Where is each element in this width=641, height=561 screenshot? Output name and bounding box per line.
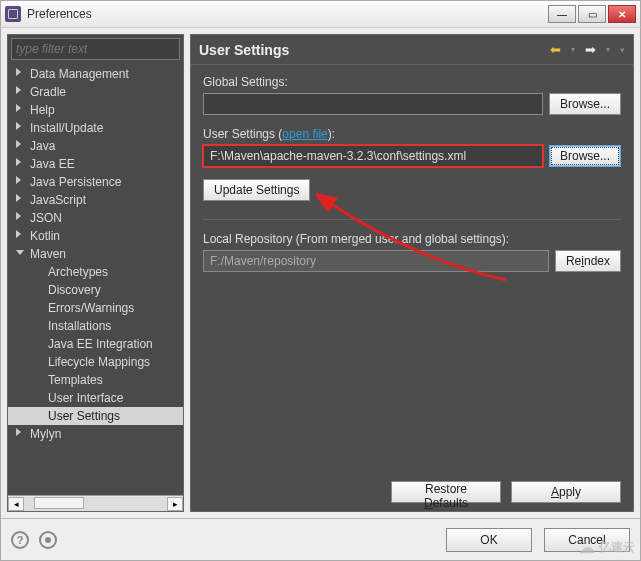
app-icon — [5, 6, 21, 22]
update-settings-button[interactable]: Update Settings — [203, 179, 310, 201]
history-dropdown-icon[interactable]: ▾ — [571, 45, 575, 54]
tree-item[interactable]: Installations — [8, 317, 183, 335]
page-body: Global Settings: Browse... User Settings… — [191, 65, 633, 511]
tree-item[interactable]: Archetypes — [8, 263, 183, 281]
tree-item[interactable]: Java EE Integration — [8, 335, 183, 353]
scroll-thumb[interactable] — [34, 497, 84, 509]
filter-input[interactable] — [11, 38, 180, 60]
tree-item[interactable]: Templates — [8, 371, 183, 389]
back-icon[interactable]: ⬅ — [550, 42, 561, 57]
user-settings-label: User Settings (open file): — [203, 127, 621, 141]
restore-defaults-button[interactable]: Restore Defaults — [391, 481, 501, 503]
reindex-button[interactable]: Reindex — [555, 250, 621, 272]
scroll-track[interactable] — [24, 497, 167, 511]
menu-dropdown-icon[interactable]: ▾ — [620, 45, 625, 55]
nav-arrows: ⬅ ▾ ➡ ▾ ▾ — [550, 42, 625, 57]
separator — [203, 219, 621, 220]
user-settings-input[interactable] — [203, 145, 543, 167]
preferences-tree[interactable]: Data ManagementGradleHelpInstall/UpdateJ… — [8, 63, 183, 495]
tree-item[interactable]: Install/Update — [8, 119, 183, 137]
titlebar: Preferences — ▭ ✕ — [0, 0, 641, 28]
tree-item[interactable]: Java EE — [8, 155, 183, 173]
tree-item[interactable]: Help — [8, 101, 183, 119]
forward-icon[interactable]: ➡ — [585, 42, 596, 57]
forward-dropdown-icon[interactable]: ▾ — [606, 45, 610, 54]
tree-item[interactable]: User Settings — [8, 407, 183, 425]
tree-item[interactable]: Java — [8, 137, 183, 155]
global-settings-label: Global Settings: — [203, 75, 621, 89]
progress-icon[interactable] — [39, 531, 57, 549]
dialog-frame: Data ManagementGradleHelpInstall/UpdateJ… — [0, 28, 641, 561]
tree-item[interactable]: Lifecycle Mappings — [8, 353, 183, 371]
window-title: Preferences — [27, 7, 548, 21]
ok-button[interactable]: OK — [446, 528, 532, 552]
tree-item[interactable]: JavaScript — [8, 191, 183, 209]
tree-item[interactable]: Mylyn — [8, 425, 183, 443]
maximize-button[interactable]: ▭ — [578, 5, 606, 23]
help-icon[interactable] — [11, 531, 29, 549]
scroll-right-button[interactable]: ▸ — [167, 497, 183, 511]
tree-item[interactable]: Errors/Warnings — [8, 299, 183, 317]
minimize-button[interactable]: — — [548, 5, 576, 23]
tree-item[interactable]: Java Persistence — [8, 173, 183, 191]
tree-panel: Data ManagementGradleHelpInstall/UpdateJ… — [7, 34, 184, 512]
page-title: User Settings — [199, 42, 550, 58]
tree-item[interactable]: Maven — [8, 245, 183, 263]
button-bar: OK Cancel — [1, 518, 640, 560]
tree-hscrollbar[interactable]: ◂ ▸ — [8, 495, 183, 511]
tree-item[interactable]: User Interface — [8, 389, 183, 407]
local-repo-label: Local Repository (From merged user and g… — [203, 232, 621, 246]
tree-item[interactable]: JSON — [8, 209, 183, 227]
tree-item[interactable]: Discovery — [8, 281, 183, 299]
close-button[interactable]: ✕ — [608, 5, 636, 23]
tree-item[interactable]: Kotlin — [8, 227, 183, 245]
open-file-link[interactable]: open file — [282, 127, 327, 141]
tree-item[interactable]: Data Management — [8, 65, 183, 83]
user-browse-button[interactable]: Browse... — [549, 145, 621, 167]
global-browse-button[interactable]: Browse... — [549, 93, 621, 115]
scroll-left-button[interactable]: ◂ — [8, 497, 24, 511]
local-repo-input — [203, 250, 549, 272]
apply-button[interactable]: Apply — [511, 481, 621, 503]
page-header: User Settings ⬅ ▾ ➡ ▾ ▾ — [191, 35, 633, 65]
tree-item[interactable]: Gradle — [8, 83, 183, 101]
cancel-button[interactable]: Cancel — [544, 528, 630, 552]
global-settings-input[interactable] — [203, 93, 543, 115]
settings-panel: User Settings ⬅ ▾ ➡ ▾ ▾ Global Settings:… — [190, 34, 634, 512]
